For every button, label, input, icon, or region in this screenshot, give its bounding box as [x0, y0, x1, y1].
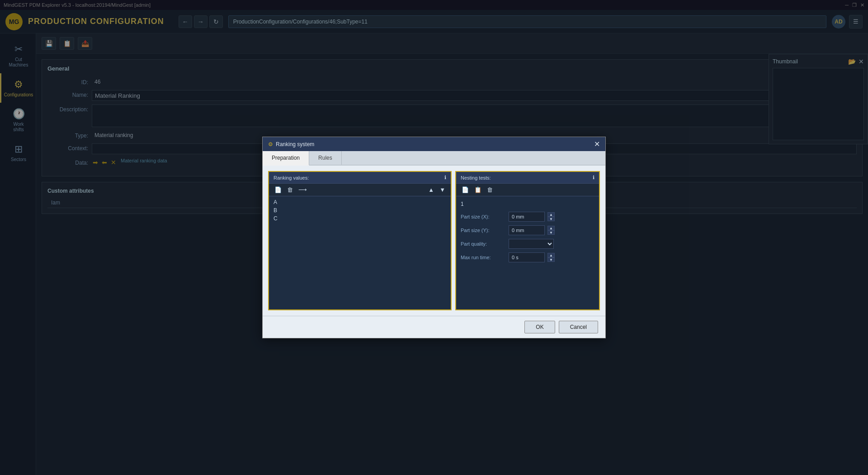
cancel-button[interactable]: Cancel: [559, 321, 598, 333]
tab-rules[interactable]: Rules: [309, 151, 342, 165]
nesting-delete-button[interactable]: 🗑: [485, 185, 495, 194]
max-run-time-spinner: ▲ ▼: [547, 253, 555, 262]
ranking-values-info-icon: ℹ: [444, 175, 446, 180]
nesting-tests-toolbar: 📄 📋 🗑: [456, 184, 599, 196]
modal-title-bar: ⚙ Ranking system ✕: [263, 137, 605, 151]
part-quality-row: Part quality:: [461, 239, 594, 249]
ranking-values-list: A B C: [269, 196, 451, 309]
part-size-y-down[interactable]: ▼: [547, 230, 555, 235]
part-size-x-row: Part size (X): ▲ ▼: [461, 212, 594, 222]
nesting-tests-panel: Nesting tests: ℹ 📄 📋 🗑 1 Part size (X):: [455, 171, 600, 310]
part-size-x-spinner: ▲ ▼: [547, 212, 555, 221]
preparation-panel: Ranking values: ℹ 📄 🗑 ⟶ ▲ ▼ A B C: [268, 171, 600, 310]
modal-overlay: ⚙ Ranking system ✕ Preparation Rules Ran…: [0, 0, 868, 475]
nesting-tests-header: Nesting tests: ℹ: [456, 172, 599, 184]
max-run-time-row: Max run time: ▲ ▼: [461, 252, 594, 262]
ranking-values-panel: Ranking values: ℹ 📄 🗑 ⟶ ▲ ▼ A B C: [268, 171, 452, 310]
ok-button[interactable]: OK: [524, 321, 555, 333]
part-size-y-label: Part size (Y):: [461, 228, 506, 233]
part-size-y-up[interactable]: ▲: [547, 226, 555, 230]
ranking-delete-button[interactable]: 🗑: [285, 185, 295, 194]
modal-close-button[interactable]: ✕: [594, 140, 600, 148]
part-quality-select[interactable]: [509, 239, 554, 249]
nesting-add-button[interactable]: 📄: [460, 185, 471, 194]
ranking-values-header: Ranking values: ℹ: [269, 172, 451, 184]
ranking-item-c[interactable]: C: [271, 214, 449, 223]
nesting-tests-label: Nesting tests:: [461, 175, 491, 180]
ranking-values-toolbar: 📄 🗑 ⟶ ▲ ▼: [269, 184, 451, 196]
nesting-index: 1: [461, 201, 594, 207]
modal-tabs: Preparation Rules: [263, 151, 605, 166]
ranking-add-button[interactable]: 📄: [273, 185, 283, 194]
part-size-x-up[interactable]: ▲: [547, 212, 555, 217]
ranking-up-button[interactable]: ▲: [426, 185, 436, 194]
part-size-y-input[interactable]: [509, 225, 545, 235]
part-quality-label: Part quality:: [461, 241, 506, 247]
max-run-time-label: Max run time:: [461, 255, 506, 260]
ranking-system-modal: ⚙ Ranking system ✕ Preparation Rules Ran…: [262, 137, 606, 338]
max-run-time-up[interactable]: ▲: [547, 253, 555, 257]
part-size-x-label: Part size (X):: [461, 214, 506, 219]
part-size-y-spinner: ▲ ▼: [547, 226, 555, 235]
ranking-values-label: Ranking values:: [274, 175, 309, 180]
ranking-item-a[interactable]: A: [271, 198, 449, 206]
part-size-y-row: Part size (Y): ▲ ▼: [461, 225, 594, 235]
nesting-fields: 1 Part size (X): ▲ ▼ Part si: [456, 196, 599, 309]
part-size-x-input[interactable]: [509, 212, 545, 222]
tab-preparation[interactable]: Preparation: [263, 151, 309, 166]
ranking-down-button[interactable]: ▼: [438, 185, 447, 194]
nesting-copy-button[interactable]: 📋: [472, 185, 483, 194]
modal-body: Ranking values: ℹ 📄 🗑 ⟶ ▲ ▼ A B C: [263, 166, 605, 316]
modal-title: Ranking system: [276, 141, 314, 147]
max-run-time-input[interactable]: [509, 252, 545, 262]
ranking-item-b[interactable]: B: [271, 206, 449, 214]
nesting-tests-info-icon: ℹ: [593, 175, 594, 180]
modal-title-icon: ⚙: [268, 141, 273, 147]
modal-footer: OK Cancel: [263, 316, 605, 338]
max-run-time-down[interactable]: ▼: [547, 257, 555, 262]
ranking-export-button[interactable]: ⟶: [297, 185, 309, 194]
part-size-x-down[interactable]: ▼: [547, 217, 555, 221]
